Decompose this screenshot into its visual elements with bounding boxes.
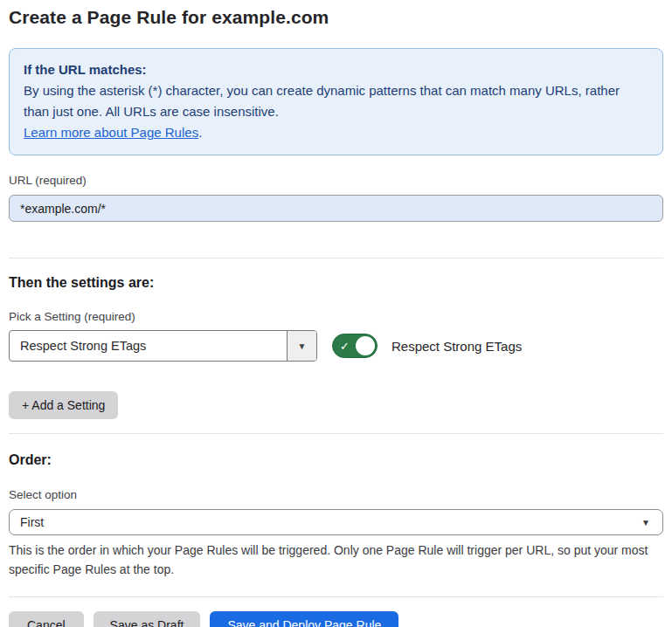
add-setting-button[interactable]: + Add a Setting	[9, 391, 118, 419]
setting-row: Respect Strong ETags ▼ ✓ Respect Strong …	[9, 330, 663, 362]
divider	[9, 258, 663, 258]
divider	[9, 596, 663, 597]
order-select-label: Select option	[9, 488, 663, 501]
settings-section-heading: Then the settings are:	[9, 275, 663, 291]
info-box-body: By using the asterisk (*) character, you…	[24, 80, 648, 122]
footer-buttons: Cancel Save as Draft Save and Deploy Pag…	[9, 611, 663, 627]
order-select-value: First	[20, 515, 44, 529]
check-icon: ✓	[340, 341, 350, 352]
info-box-heading: If the URL matches:	[24, 59, 648, 80]
toggle-knob	[356, 336, 375, 355]
cancel-button[interactable]: Cancel	[9, 611, 84, 627]
save-deploy-button[interactable]: Save and Deploy Page Rule	[210, 611, 398, 627]
page-title: Create a Page Rule for example.com	[9, 7, 663, 28]
learn-more-link[interactable]: Learn more about Page Rules	[24, 125, 198, 140]
order-help-text: This is the order in which your Page Rul…	[9, 541, 663, 579]
chevron-down-icon[interactable]: ▼	[287, 331, 316, 361]
link-period: .	[198, 125, 202, 140]
save-draft-button[interactable]: Save as Draft	[94, 611, 201, 627]
etag-toggle[interactable]: ✓	[332, 334, 378, 358]
order-section-heading: Order:	[9, 452, 663, 468]
info-box-link-line: Learn more about Page Rules.	[24, 122, 648, 143]
setting-select[interactable]: Respect Strong ETags ▼	[9, 330, 317, 362]
setting-select-value: Respect Strong ETags	[10, 331, 287, 361]
url-field-label: URL (required)	[9, 174, 663, 187]
order-select[interactable]: First ▼	[9, 509, 663, 535]
pick-setting-label: Pick a Setting (required)	[9, 310, 663, 323]
url-input[interactable]	[9, 195, 663, 222]
divider	[9, 433, 663, 434]
toggle-label: Respect Strong ETags	[391, 339, 522, 354]
create-page-rule-form: Create a Page Rule for example.com If th…	[0, 0, 672, 627]
url-match-info-box: If the URL matches: By using the asteris…	[9, 48, 663, 155]
chevron-down-icon: ▼	[641, 518, 650, 527]
